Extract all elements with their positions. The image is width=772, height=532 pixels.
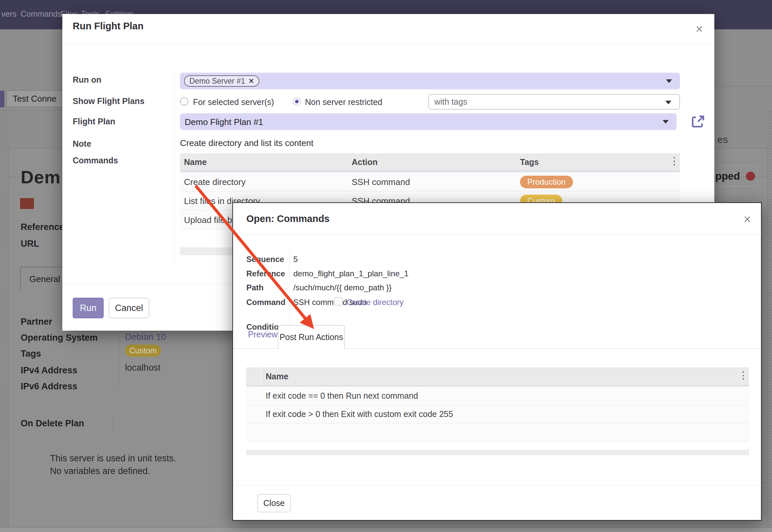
page-margin-left [0,110,9,527]
screen: vers Commands Files Tools Settings Test … [0,0,772,532]
horizontal-scrollbar[interactable] [246,450,749,455]
with-tags-select[interactable]: with tags [428,94,680,110]
server-tag-label: Custom [129,346,157,355]
reference-label: Reference [246,269,285,278]
os-value-link[interactable]: Debian 10 [125,332,166,342]
table-row-empty [246,423,749,442]
path-label: Path [246,283,264,292]
tab-post-run-actions-label: Post Run Actions [280,332,343,342]
os-label: Operating System [21,333,98,343]
label-column-divider [174,70,175,263]
server-tag-pill-label: Demo Server #1 [189,77,245,86]
tags-label: Tags [21,349,41,359]
column-menu-icon[interactable]: ⋮ [738,370,748,380]
flight-plan-label: Flight Plan [73,117,115,126]
close-button-label: Close [263,498,285,508]
tab-post-run-actions[interactable]: Post Run Actions [278,325,345,349]
reference-value: demo_flight_plan_1_plan_line_1 [293,269,409,278]
col-name[interactable]: Name [266,372,288,381]
reference-label: Reference [21,222,64,232]
ipv6-label: IPv6 Address [21,381,77,392]
run-on-field[interactable]: Demo Server #1 ✕ [180,73,680,89]
row-gutter [246,367,261,385]
unit-test-note-2: No variables are defined. [50,466,150,476]
cell-name: If exit code > 0 then Exit with custom e… [266,409,453,419]
right-text-fragment: es [717,134,728,145]
cancel-button-label: Cancel [115,303,143,313]
page-bottom-strip [0,527,772,532]
cell-name: Upload file by [184,215,237,225]
dropdown-caret-icon[interactable] [663,120,669,124]
tag-badge-label: Production [527,177,566,187]
col-action[interactable]: Action [352,157,378,167]
server-tag-badge[interactable]: Custom [125,345,161,357]
url-label: URL [21,239,39,249]
header-strip [180,170,680,172]
sudo-checkbox[interactable] [334,297,343,306]
table-row[interactable]: If exit code == 0 then Run next command [246,387,749,405]
table-row[interactable]: Create directory SSH command Production [180,172,680,191]
close-icon[interactable]: × [696,23,703,35]
run-button-label: Run [80,303,97,313]
radio-selected-servers[interactable] [180,97,188,106]
external-link-icon[interactable] [691,114,705,129]
with-tags-placeholder: with tags [434,97,467,107]
cell-name: Create directory [184,177,246,187]
table-header-row: Name Action Tags ⋮ [180,153,680,170]
on-delete-plan-label: On Delete Plan [21,418,84,429]
col-tags[interactable]: Tags [520,157,539,167]
header-divider [62,43,714,44]
remove-tag-icon[interactable]: ✕ [248,77,254,85]
col-name[interactable]: Name [184,157,207,167]
nav-item-servers[interactable]: vers [1,9,16,19]
server-status-badge: pped [711,166,758,187]
close-button[interactable]: Close [257,494,291,512]
tab-preview[interactable]: Preview [248,330,278,339]
field-divider-2 [112,417,113,432]
path-value: /such/much/{{ demo_path }} [293,283,392,292]
column-menu-icon[interactable]: ⋮ [669,156,679,166]
status-dot-icon [746,172,755,181]
server-heading: Dem [21,167,61,187]
page-margin-right [768,110,772,527]
show-flight-plans-label: Show Flight Plans [73,96,144,106]
flight-plan-value: Demo Flight Plan #1 [185,117,263,127]
test-connection-button[interactable]: Test Conne [6,90,71,107]
cancel-button[interactable]: Cancel [109,298,149,318]
footer-divider [233,485,762,485]
close-icon[interactable]: × [744,213,751,226]
note-value: Create directory and list its content [180,138,313,148]
dropdown-caret-icon[interactable] [666,79,672,83]
label-column-divider [289,252,290,316]
server-tag-pill[interactable]: Demo Server #1 ✕ [184,75,259,87]
flight-plan-select[interactable]: Demo Flight Plan #1 [180,113,677,130]
field-divider [119,330,120,387]
ipv4-label: IPv4 Address [21,365,77,376]
radio-non-restricted[interactable] [293,97,301,106]
command-label: Command [246,298,285,307]
status-label: pped [715,170,740,182]
ipv4-value: localhost [125,363,161,373]
table-row[interactable]: If exit code > 0 then Exit with custom e… [246,405,749,423]
command-link[interactable]: Create directory [347,298,404,307]
dialog-title: Run Flight Plan [73,21,144,32]
cell-name: If exit code == 0 then Run next command [266,391,418,401]
commands-label: Commands [73,156,118,165]
partner-label: Partner [21,317,52,327]
note-label: Note [73,139,91,149]
nav-item-commands[interactable]: Commands [21,9,62,19]
color-swatch[interactable] [19,197,35,210]
radio-non-restricted-label[interactable]: Non server restricted [305,97,382,107]
primary-button-sliver[interactable] [0,91,4,107]
radio-selected-servers-label[interactable]: For selected server(s) [193,97,274,107]
sequence-value: 5 [293,255,298,264]
test-connection-label: Test Conne [13,94,57,104]
header-divider [233,234,762,234]
run-button[interactable]: Run [73,298,104,318]
dropdown-caret-icon[interactable] [665,101,671,104]
cell-action: SSH command [352,177,410,187]
sequence-label: Sequence [246,255,284,264]
tab-general[interactable]: General [20,267,63,291]
run-on-label: Run on [73,75,101,85]
open-commands-dialog: Open: Commands × Sequence 5 Reference de… [232,202,762,521]
